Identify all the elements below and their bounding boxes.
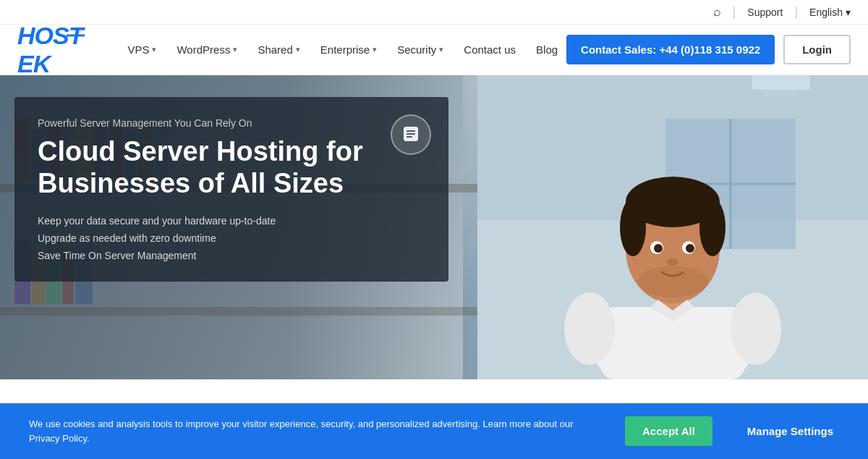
nav-item-blog[interactable]: Blog <box>527 38 566 62</box>
chevron-down-icon: ▾ <box>373 45 377 54</box>
nav-label-contact-us: Contact us <box>464 43 516 56</box>
nav-item-enterprise[interactable]: Enterprise ▾ <box>312 38 386 62</box>
support-link[interactable]: Support <box>747 7 783 18</box>
contact-sales-button[interactable]: Contact Sales: +44 (0)118 315 0922 <box>566 35 775 64</box>
hero-subtitle: Powerful Server Management You Can Rely … <box>38 117 425 129</box>
manage-settings-button[interactable]: Manage Settings <box>741 416 839 446</box>
divider2: | <box>794 4 798 20</box>
nav-label-blog: Blog <box>536 43 558 56</box>
chevron-down-icon: ▾ <box>846 7 851 18</box>
svg-point-20 <box>564 292 615 365</box>
nav-label-shared: Shared <box>258 43 292 56</box>
nav-item-shared[interactable]: Shared ▾ <box>249 38 308 62</box>
nav-label-vps: VPS <box>127 43 149 56</box>
hero-point-1: Keep your data secure and your hardware … <box>38 215 425 227</box>
svg-point-19 <box>638 266 707 298</box>
nav-item-security[interactable]: Security ▾ <box>388 38 452 62</box>
nav-items: VPS ▾ WordPress ▾ Shared ▾ Enterprise ▾ … <box>119 38 566 62</box>
divider: | <box>733 4 736 20</box>
svg-rect-5 <box>752 75 810 90</box>
hero-point-3: Save Time On Server Management <box>38 250 425 261</box>
chevron-down-icon: ▾ <box>233 45 237 54</box>
nav-label-security: Security <box>397 43 436 56</box>
top-bar: ⌕ | Support | English ▾ <box>0 0 868 25</box>
cookie-text: We use cookies and analysis tools to imp… <box>29 417 596 445</box>
cookie-text-content: We use cookies and analysis tools to imp… <box>29 418 573 444</box>
logo-text: HOSTEK <box>17 22 95 78</box>
chevron-down-icon: ▾ <box>439 45 443 54</box>
nav-label-enterprise: Enterprise <box>320 43 370 56</box>
cookie-banner: We use cookies and analysis tools to imp… <box>0 403 868 459</box>
svg-point-18 <box>667 258 678 266</box>
nav-item-wordpress[interactable]: WordPress ▾ <box>168 38 246 62</box>
nav-label-wordpress: WordPress <box>176 43 230 56</box>
search-icon[interactable]: ⌕ <box>713 4 721 20</box>
chevron-down-icon: ▾ <box>152 45 156 54</box>
accept-all-button[interactable]: Accept All <box>625 416 712 446</box>
svg-point-13 <box>699 198 726 256</box>
logo[interactable]: HOSTEK <box>17 22 95 78</box>
svg-rect-6 <box>763 90 799 96</box>
svg-point-21 <box>731 292 781 365</box>
hero-points: Keep your data secure and your hardware … <box>38 215 425 261</box>
hero-point-2: Upgrade as needed with zero downtime <box>38 232 425 244</box>
hero-section: Powerful Server Management You Can Rely … <box>0 75 868 379</box>
nav-item-contact-us[interactable]: Contact us <box>455 38 524 62</box>
hero-title: Cloud Server Hosting for Businesses of A… <box>38 136 425 199</box>
chevron-down-icon: ▾ <box>296 45 300 54</box>
hero-photo <box>463 75 868 379</box>
login-button[interactable]: Login <box>783 35 851 64</box>
svg-point-16 <box>654 244 663 253</box>
language-label: English <box>809 7 843 18</box>
svg-point-17 <box>686 244 694 253</box>
svg-point-12 <box>620 198 646 256</box>
nav-actions: Contact Sales: +44 (0)118 315 0922 Login <box>566 35 851 64</box>
language-selector[interactable]: English ▾ <box>809 7 851 18</box>
hero-content-card: Powerful Server Management You Can Rely … <box>14 97 448 282</box>
nav-item-vps[interactable]: VPS ▾ <box>119 38 165 62</box>
man-illustration <box>477 75 868 379</box>
phone-chat-icon <box>391 114 431 155</box>
navbar: HOSTEK VPS ▾ WordPress ▾ Shared ▾ Enterp… <box>0 25 868 75</box>
